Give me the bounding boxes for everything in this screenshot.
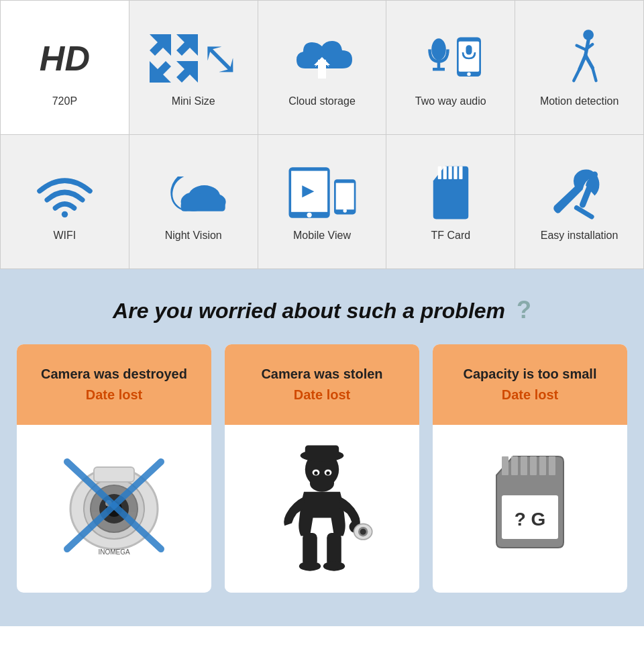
feature-mini-size: ⤡ Mini Size	[129, 1, 258, 135]
svg-point-57	[314, 471, 317, 475]
svg-rect-47	[94, 467, 134, 482]
card-header-stolen: Camera was stolen Date lost	[225, 344, 419, 425]
svg-marker-2	[150, 34, 171, 56]
svg-rect-72	[539, 456, 546, 475]
svg-rect-38	[459, 166, 462, 179]
night-cloud-icon	[158, 162, 229, 223]
feature-wifi: WIFI	[1, 135, 129, 269]
feature-easy-installation-label: Easy installation	[541, 230, 619, 242]
svg-point-29	[307, 212, 311, 217]
feature-wifi-label: WIFI	[54, 230, 76, 242]
feature-tf-card-label: TF Card	[431, 230, 470, 242]
svg-point-33	[343, 209, 346, 212]
card-header-capacity: Capacity is too small Date lost	[433, 344, 627, 425]
feature-tf-card: TF Card	[386, 135, 515, 269]
feature-grid: HD 720P ⤡ Mini Size	[0, 0, 644, 269]
problem-card-stolen: Camera was stolen Date lost	[225, 344, 419, 593]
card-capacity-subtitle: Date lost	[502, 387, 558, 403]
problem-card-capacity: Capacity is too small Date lost	[433, 344, 627, 593]
card-stolen-subtitle: Date lost	[294, 387, 350, 403]
svg-rect-69	[511, 456, 518, 475]
feature-two-way-audio-label: Two way audio	[415, 95, 486, 107]
sd-card-icon	[427, 162, 474, 223]
walking-icon	[556, 28, 603, 89]
card-destroyed-title: Camera was destroyed	[41, 366, 187, 382]
svg-rect-70	[521, 456, 527, 475]
svg-rect-68	[502, 456, 508, 475]
mobile-tablet-icon	[285, 162, 359, 223]
svg-text:INOMEGA: INOMEGA	[98, 548, 130, 556]
feature-two-way-audio: Two way audio	[386, 1, 515, 135]
problem-card-destroyed: Camera was destroyed Date lost	[17, 344, 211, 593]
svg-line-18	[580, 55, 586, 68]
svg-point-61	[299, 561, 321, 570]
svg-marker-0	[176, 34, 198, 56]
card-capacity-title: Capacity is too small	[464, 366, 597, 382]
svg-rect-36	[448, 166, 451, 179]
svg-rect-13	[466, 45, 472, 54]
svg-rect-59	[303, 533, 317, 566]
svg-line-21	[592, 68, 596, 81]
feature-motion-detection: Motion detection	[515, 1, 644, 135]
svg-rect-37	[453, 166, 457, 179]
feature-easy-installation: Easy installation	[515, 135, 644, 269]
svg-marker-1	[150, 61, 171, 83]
svg-marker-3	[176, 61, 198, 83]
card-header-destroyed: Camera was destroyed Date lost	[17, 344, 211, 425]
feature-night-vision-label: Night Vision	[165, 230, 222, 242]
feature-hd-label: 720P	[52, 95, 77, 107]
feature-motion-detection-label: Motion detection	[540, 95, 619, 107]
svg-rect-26	[180, 202, 225, 211]
feature-mobile-view-label: Mobile View	[293, 230, 351, 242]
problem-section: Are you worried about such a problem ? C…	[0, 269, 644, 626]
svg-point-54	[310, 475, 334, 492]
problem-title: Are you worried about such a problem ?	[20, 296, 624, 324]
svg-text:? G: ? G	[515, 509, 546, 530]
feature-hd: HD 720P	[1, 1, 129, 135]
svg-rect-34	[438, 166, 441, 179]
svg-line-20	[574, 68, 580, 81]
svg-point-62	[323, 561, 345, 570]
svg-rect-73	[549, 456, 555, 475]
svg-rect-60	[327, 533, 341, 566]
svg-line-19	[585, 55, 592, 67]
feature-mobile-view: Mobile View	[258, 135, 387, 269]
card-stolen-image	[225, 425, 419, 593]
feature-mini-size-label: Mini Size	[172, 95, 215, 107]
svg-rect-32	[336, 183, 354, 209]
feature-cloud-storage: Cloud storage	[258, 1, 387, 135]
svg-point-12	[467, 72, 470, 75]
wifi-icon	[33, 162, 97, 223]
svg-point-7	[431, 38, 446, 60]
mic-phone-icon	[414, 28, 488, 89]
svg-line-40	[576, 207, 592, 217]
card-capacity-image: ? G	[433, 425, 627, 579]
cloud-upload-icon	[288, 28, 356, 89]
feature-night-vision: Night Vision	[129, 135, 258, 269]
card-destroyed-subtitle: Date lost	[86, 387, 142, 403]
question-mark: ?	[517, 296, 531, 324]
tools-icon	[549, 162, 610, 223]
feature-cloud-storage-label: Cloud storage	[288, 95, 356, 107]
svg-point-22	[62, 211, 68, 217]
svg-point-58	[326, 471, 329, 475]
svg-point-66	[360, 529, 366, 535]
card-destroyed-image: INOMEGA	[17, 425, 211, 579]
hd-icon: HD	[40, 28, 90, 89]
svg-rect-71	[530, 456, 537, 475]
svg-rect-53	[305, 446, 339, 458]
card-stolen-title: Camera was stolen	[261, 366, 382, 382]
svg-rect-35	[443, 166, 446, 179]
arrows-icon: ⤡	[147, 28, 240, 89]
problem-cards: Camera was destroyed Date lost	[20, 344, 624, 593]
